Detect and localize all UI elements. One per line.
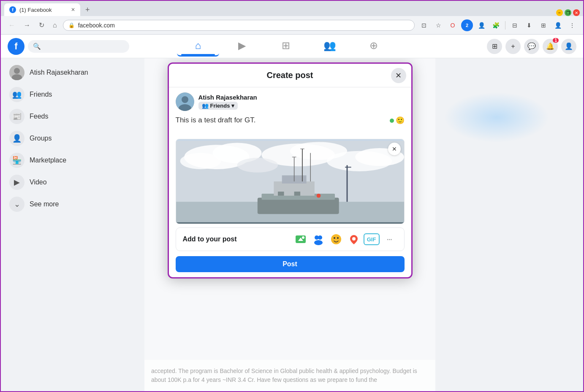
- sidebar-item-marketplace[interactable]: 🏪 Marketplace: [4, 149, 141, 171]
- nav-groups[interactable]: 👥: [309, 36, 351, 57]
- svg-point-1: [14, 68, 20, 74]
- search-bar[interactable]: 🔍: [28, 40, 129, 53]
- audience-icon: 👥: [202, 103, 209, 109]
- header-right: ⊞ + 💬 🔔 1 👤: [487, 39, 576, 54]
- post-user-name: Atish Rajasekharan: [198, 94, 257, 101]
- nav-gaming[interactable]: ⊕: [353, 36, 395, 57]
- main-nav: ⌂ ▶ ⊞ 👥 ⊕: [177, 36, 395, 57]
- sidebar-video-label: Video: [30, 178, 47, 186]
- tab-close-button[interactable]: ✕: [71, 7, 75, 13]
- add-more-button[interactable]: ···: [381, 231, 397, 247]
- extension-badge[interactable]: 2: [461, 19, 473, 31]
- dialog-header: Create post ✕: [169, 64, 411, 87]
- window-controls: − ❒ ✕: [556, 9, 580, 16]
- image-remove-button[interactable]: ✕: [388, 143, 401, 155]
- emoji-icon[interactable]: 🙂: [396, 116, 405, 125]
- browser-tab-bar: f (1) Facebook ✕ + − ❒ ✕: [1, 1, 583, 16]
- see-more-icon: ⌄: [9, 197, 24, 212]
- home-button[interactable]: ⌂: [50, 20, 60, 31]
- close-button[interactable]: ✕: [573, 9, 580, 16]
- toolbar-divider: [505, 21, 505, 30]
- facebook-right-sidebar: [435, 58, 583, 391]
- profile-icon[interactable]: 👤: [475, 19, 487, 31]
- extensions-icon[interactable]: 🧩: [490, 19, 502, 31]
- svg-point-39: [337, 237, 339, 239]
- sidebar-item-feeds[interactable]: 📰 Feeds: [4, 105, 141, 127]
- sidebar-icon[interactable]: ⊟: [509, 19, 521, 31]
- add-to-post-label: Add to your post: [183, 235, 237, 243]
- download-icon[interactable]: ⬇: [523, 19, 535, 31]
- bookmark-icon[interactable]: ☆: [432, 19, 444, 31]
- nav-watch[interactable]: ▶: [221, 36, 263, 57]
- add-feeling-button[interactable]: [328, 231, 344, 247]
- sidebar-item-groups[interactable]: 👤 Groups: [4, 127, 141, 149]
- forward-button[interactable]: →: [21, 20, 33, 31]
- add-icons-group: GIF ···: [293, 231, 397, 247]
- audience-chevron-icon: ▾: [231, 103, 234, 109]
- video-icon: ▶: [9, 175, 24, 190]
- sidebar-item-user[interactable]: Atish Rajasekharan: [4, 62, 141, 84]
- groups-icon: 👥: [323, 40, 336, 51]
- dialog-overlay: Create post ✕ Atish Rajasekh: [144, 58, 435, 391]
- facebook-header: f 🔍 ⌂ ▶ ⊞ 👥 ⊕: [1, 35, 583, 58]
- dialog-title: Create post: [266, 70, 313, 80]
- image-placeholder: [176, 139, 404, 224]
- post-text-area[interactable]: This is a test draft for GT. 🙂: [176, 114, 405, 135]
- create-post-dialog: Create post ✕ Atish Rajasekh: [168, 62, 413, 278]
- tab-favicon: f: [9, 6, 16, 13]
- new-tab-button[interactable]: +: [82, 4, 93, 16]
- dialog-close-button[interactable]: ✕: [391, 68, 406, 83]
- sidebar-item-see-more[interactable]: ⌄ See more: [4, 193, 141, 215]
- user-avatar: [9, 65, 24, 80]
- opera-icon[interactable]: O: [447, 19, 459, 31]
- sidebar-feeds-label: Feeds: [30, 113, 48, 120]
- reload-button[interactable]: ↻: [36, 19, 47, 31]
- add-tag-people-button[interactable]: [310, 231, 326, 247]
- notifications-button[interactable]: 🔔 1: [543, 39, 558, 54]
- marketplace-icon: 🏪: [9, 153, 24, 168]
- add-button[interactable]: +: [505, 39, 521, 54]
- sidebar-item-video[interactable]: ▶ Video: [4, 171, 141, 193]
- add-checkin-button[interactable]: [346, 231, 362, 247]
- post-text-content: This is a test draft for GT.: [176, 116, 390, 124]
- back-button[interactable]: ←: [6, 20, 18, 31]
- svg-rect-27: [278, 192, 284, 196]
- split-screen-icon[interactable]: ⊞: [538, 19, 549, 31]
- svg-point-32: [302, 236, 304, 239]
- maximize-button[interactable]: ❒: [565, 9, 571, 16]
- svg-point-36: [314, 240, 323, 245]
- nav-home[interactable]: ⌂: [177, 36, 219, 57]
- audience-selector[interactable]: 👥 Friends ▾: [198, 102, 238, 110]
- gaming-icon: ⊕: [369, 40, 378, 51]
- menu-icon[interactable]: ⋮: [566, 19, 578, 31]
- nav-marketplace[interactable]: ⊞: [265, 36, 307, 57]
- feeds-icon: 📰: [9, 109, 24, 124]
- dialog-body: Atish Rajasekharan 👥 Friends ▾: [169, 87, 411, 277]
- facebook-app: f 🔍 ⌂ ▶ ⊞ 👥 ⊕: [1, 35, 583, 391]
- address-bar[interactable]: 🔒 facebook.com: [63, 20, 415, 31]
- add-to-post-bar: Add to your post: [176, 227, 405, 251]
- browser-tab[interactable]: f (1) Facebook ✕: [4, 3, 80, 16]
- facebook-logo[interactable]: f: [8, 38, 24, 55]
- svg-point-4: [182, 96, 188, 103]
- add-gif-button[interactable]: GIF: [364, 233, 380, 245]
- svg-point-9: [180, 153, 220, 170]
- svg-rect-16: [257, 198, 339, 214]
- security-icon: 🔒: [68, 22, 75, 28]
- sidebar-groups-label: Groups: [30, 135, 52, 142]
- sidebar-item-friends[interactable]: 👥 Friends: [4, 84, 141, 105]
- url-text: facebook.com: [78, 22, 115, 29]
- minimize-button[interactable]: −: [556, 9, 563, 16]
- home-icon: ⌂: [195, 40, 201, 51]
- add-photo-video-button[interactable]: [293, 231, 309, 247]
- sidebar-friends-label: Friends: [30, 91, 52, 98]
- user-avatar-icon[interactable]: 👤: [552, 19, 564, 31]
- cast-icon[interactable]: ⊡: [418, 19, 430, 31]
- facebook-sidebar: Atish Rajasekharan 👥 Friends 📰 Feeds 👤 G…: [1, 58, 144, 391]
- messenger-button[interactable]: 💬: [524, 39, 539, 54]
- account-button[interactable]: 👤: [561, 39, 576, 54]
- post-button[interactable]: Post: [176, 256, 405, 272]
- green-dot: [390, 119, 394, 123]
- svg-point-40: [352, 237, 356, 241]
- apps-button[interactable]: ⊞: [487, 39, 502, 54]
